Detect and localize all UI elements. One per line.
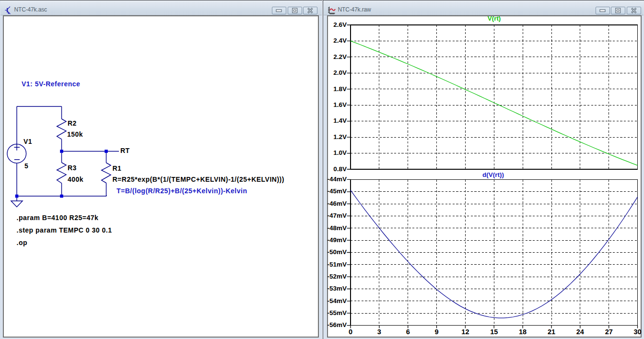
svg-text:-48mV: -48mV [327, 224, 347, 232]
svg-text:0: 0 [349, 328, 352, 336]
svg-text:-53mV: -53mV [327, 285, 347, 292]
svg-text:1.6V: 1.6V [333, 101, 347, 108]
svg-text:24: 24 [576, 328, 584, 336]
svg-text:2.4V: 2.4V [333, 37, 347, 44]
svg-text:2.2V: 2.2V [333, 53, 347, 60]
svg-text:1.8V: 1.8V [333, 85, 347, 93]
svg-text:2.0V: 2.0V [333, 69, 347, 76]
svg-text:30: 30 [633, 328, 641, 336]
svg-text:2.6V: 2.6V [333, 21, 347, 28]
svg-text:d(V(rt)): d(V(rt)) [482, 171, 504, 178]
svg-text:1.4V: 1.4V [333, 117, 347, 124]
svg-text:1.2V: 1.2V [333, 133, 347, 140]
svg-text:3: 3 [377, 328, 381, 336]
svg-text:-47mV: -47mV [327, 212, 347, 219]
svg-text:-50mV: -50mV [327, 248, 347, 256]
svg-text:21: 21 [548, 328, 555, 336]
svg-text:9: 9 [434, 328, 438, 336]
svg-text:6: 6 [406, 328, 410, 336]
svg-text:27: 27 [605, 328, 613, 336]
svg-text:0.8V: 0.8V [333, 165, 347, 173]
svg-text:18: 18 [519, 328, 527, 336]
svg-text:-54mV: -54mV [327, 297, 347, 304]
svg-text:15: 15 [490, 328, 498, 336]
svg-text:-56mV: -56mV [327, 321, 347, 328]
svg-text:12: 12 [461, 328, 469, 336]
svg-text:-52mV: -52mV [327, 273, 347, 280]
svg-text:-46mV: -46mV [327, 200, 347, 207]
svg-text:-45mV: -45mV [327, 187, 347, 195]
svg-text:-49mV: -49mV [327, 236, 347, 244]
svg-text:-55mV: -55mV [327, 309, 347, 316]
svg-text:-51mV: -51mV [327, 261, 347, 268]
svg-text:-44mV: -44mV [327, 175, 347, 183]
svg-text:V(rt): V(rt) [488, 15, 501, 22]
svg-text:1.0V: 1.0V [333, 149, 347, 156]
